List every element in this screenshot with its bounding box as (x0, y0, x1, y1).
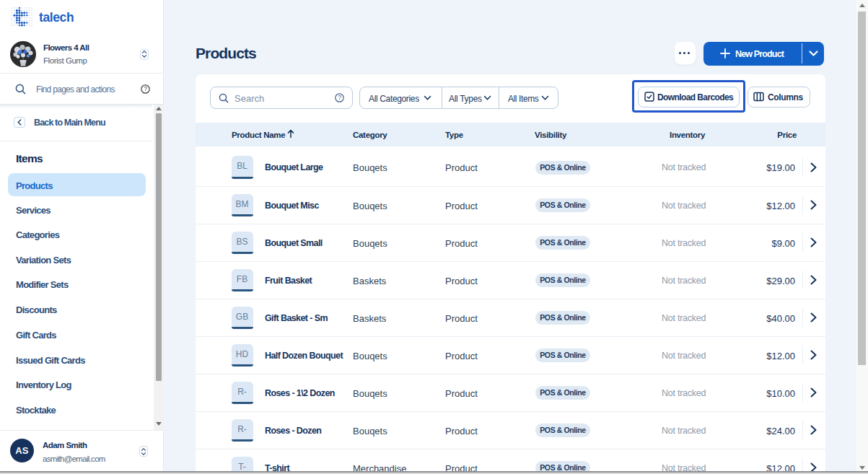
svg-text:?: ? (144, 85, 147, 92)
svg-text:?: ? (338, 94, 341, 101)
